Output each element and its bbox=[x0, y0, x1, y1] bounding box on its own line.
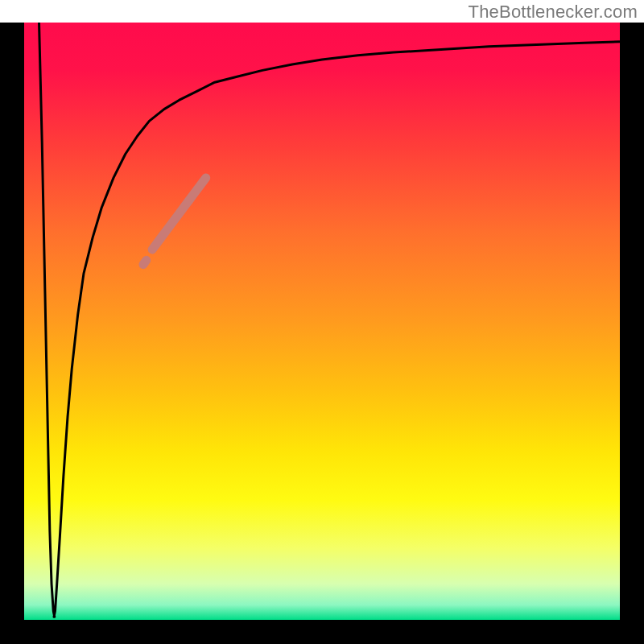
series-highlight-dot bbox=[143, 260, 147, 264]
plot-background bbox=[24, 23, 620, 620]
bottleneck-chart bbox=[0, 23, 644, 644]
attribution-text: TheBottlenecker.com bbox=[469, 2, 638, 23]
